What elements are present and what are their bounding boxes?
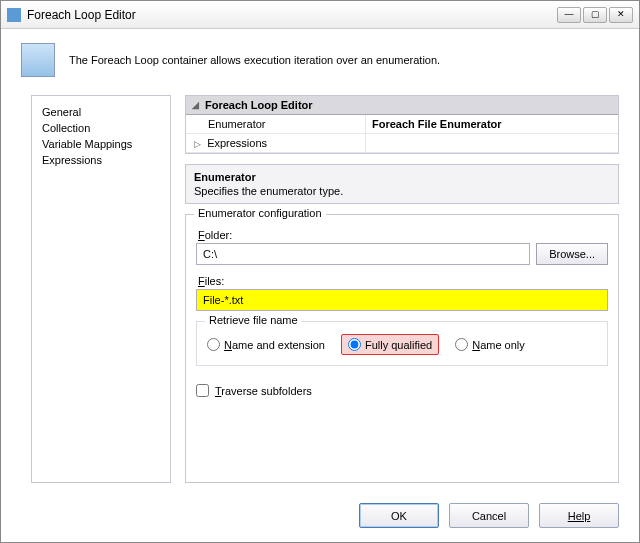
radio-name-only-input[interactable] <box>455 338 468 351</box>
body: General Collection Variable Mappings Exp… <box>1 85 639 487</box>
description-pane: Enumerator Specifies the enumerator type… <box>185 164 619 204</box>
radio-name-only[interactable]: Name only <box>455 338 525 351</box>
maximize-button[interactable]: ▢ <box>583 7 607 23</box>
right-area: ◢ Foreach Loop Editor Enumerator Foreach… <box>185 95 619 483</box>
radio-fully-qualified[interactable]: Fully qualified <box>341 334 439 355</box>
prop-row-expressions[interactable]: ▷ Expressions <box>186 134 618 153</box>
header-description: The Foreach Loop container allows execut… <box>69 54 440 66</box>
window-buttons: — ▢ ✕ <box>557 7 633 23</box>
prop-value[interactable] <box>366 134 618 152</box>
traverse-label: Traverse subfolders <box>215 385 312 397</box>
nav-collection[interactable]: Collection <box>42 120 160 136</box>
prop-row-enumerator[interactable]: Enumerator Foreach File Enumerator <box>186 115 618 134</box>
ok-button[interactable]: OK <box>359 503 439 528</box>
property-grid-title: Foreach Loop Editor <box>205 99 313 111</box>
property-grid-header: ◢ Foreach Loop Editor <box>186 96 618 115</box>
folder-row: Browse... <box>196 243 608 265</box>
config-legend: Enumerator configuration <box>194 207 326 219</box>
enumerator-config: Enumerator configuration Folder: Browse.… <box>185 214 619 483</box>
browse-button[interactable]: Browse... <box>536 243 608 265</box>
prop-label: ▷ Expressions <box>186 134 366 152</box>
foreach-icon <box>21 43 55 77</box>
cancel-button[interactable]: Cancel <box>449 503 529 528</box>
retrieve-group: Retrieve file name Name and extension Fu… <box>196 321 608 366</box>
property-grid: ◢ Foreach Loop Editor Enumerator Foreach… <box>185 95 619 154</box>
dialog-window: Foreach Loop Editor — ▢ ✕ The Foreach Lo… <box>0 0 640 543</box>
nav-general[interactable]: General <box>42 104 160 120</box>
description-text: Specifies the enumerator type. <box>194 185 610 197</box>
files-input[interactable] <box>196 289 608 311</box>
folder-label: Folder: <box>198 229 608 241</box>
files-label: Files: <box>198 275 608 287</box>
help-button[interactable]: Help <box>539 503 619 528</box>
folder-input[interactable] <box>196 243 530 265</box>
radio-name-ext[interactable]: Name and extension <box>207 338 325 351</box>
app-icon <box>7 8 21 22</box>
retrieve-legend: Retrieve file name <box>205 314 302 326</box>
minimize-button[interactable]: — <box>557 7 581 23</box>
prop-value[interactable]: Foreach File Enumerator <box>366 115 618 133</box>
collapse-icon[interactable]: ◢ <box>192 100 199 110</box>
prop-label: Enumerator <box>186 115 366 133</box>
description-title: Enumerator <box>194 171 610 183</box>
nav-expressions[interactable]: Expressions <box>42 152 160 168</box>
traverse-checkbox[interactable] <box>196 384 209 397</box>
nav-variable-mappings[interactable]: Variable Mappings <box>42 136 160 152</box>
close-button[interactable]: ✕ <box>609 7 633 23</box>
expand-icon[interactable]: ▷ <box>194 139 201 149</box>
radio-fully-input[interactable] <box>348 338 361 351</box>
traverse-checkbox-row[interactable]: Traverse subfolders <box>196 384 608 397</box>
radio-name-ext-input[interactable] <box>207 338 220 351</box>
nav-pane: General Collection Variable Mappings Exp… <box>31 95 171 483</box>
header: The Foreach Loop container allows execut… <box>1 29 639 85</box>
titlebar: Foreach Loop Editor — ▢ ✕ <box>1 1 639 29</box>
radio-row: Name and extension Fully qualified Name … <box>207 334 597 355</box>
window-title: Foreach Loop Editor <box>27 8 557 22</box>
footer: OK Cancel Help <box>359 503 619 528</box>
